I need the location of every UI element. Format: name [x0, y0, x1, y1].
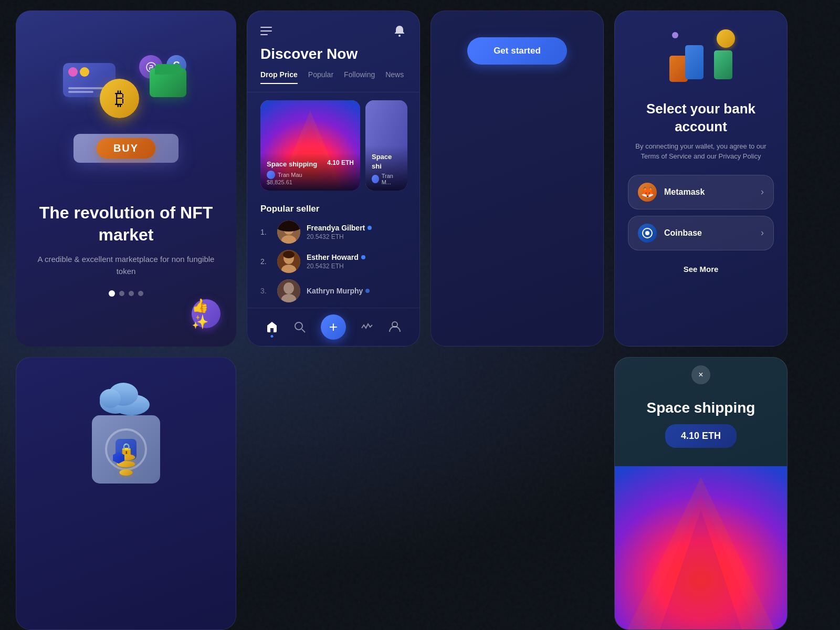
- popular-seller-title: Popular seller: [260, 204, 406, 214]
- seller-info-kathryn: Kathryn Murphy: [307, 287, 406, 295]
- nft-card-space-shipping-2[interactable]: Space shi Tran M...: [365, 100, 407, 191]
- get-started-button[interactable]: Get started: [467, 37, 567, 65]
- creator-name: Tran Mau: [278, 172, 302, 178]
- eth-price: 4.10 ETH: [681, 430, 721, 442]
- dot-1[interactable]: [109, 290, 115, 297]
- bitcoin-coin: ₿: [100, 79, 139, 118]
- svg-point-8: [282, 222, 295, 230]
- cloud-icon: [94, 379, 158, 415]
- creator-avatar-small-2: [372, 175, 379, 183]
- see-more-button[interactable]: See More: [684, 265, 719, 274]
- tab-news[interactable]: News: [385, 70, 404, 84]
- discover-header: [247, 11, 419, 46]
- nav-search[interactable]: [292, 320, 307, 334]
- verified-icon-1: [368, 226, 372, 230]
- seller-list: 1. Freandya Gilbert: [260, 220, 406, 302]
- seller-rank-2: 2.: [260, 257, 271, 266]
- dot-2[interactable]: [119, 291, 124, 296]
- tab-following[interactable]: Following: [344, 70, 375, 84]
- green-wallet: [150, 68, 186, 97]
- close-icon: ×: [698, 370, 703, 380]
- seller-item-3[interactable]: 3. Kathryn Murphy: [260, 279, 406, 302]
- seller-eth-freandya: 20.5432 ETH: [307, 233, 406, 240]
- metamask-wallet-option[interactable]: 🦊 Metamask ›: [628, 175, 774, 209]
- svg-line-19: [302, 329, 305, 332]
- seller-avatar-freandya: [277, 220, 300, 244]
- nft-card-space-shipping[interactable]: Space shipping 4.10 ETH Tran Mau $8,825.…: [260, 100, 360, 191]
- bank-title: Select your bank account: [628, 100, 774, 136]
- space-shipping-detail-card: × Space shipping 4.10 ETH: [614, 357, 788, 630]
- eth-price-badge: 4.10 ETH: [665, 424, 737, 448]
- crypto-platform: C ₿ BUY: [58, 52, 194, 168]
- nft-card-title-2: Space shi: [372, 153, 392, 170]
- seller-name-kathryn: Kathryn Murphy: [307, 287, 406, 295]
- creator-avatar-small: [267, 171, 275, 179]
- verified-icon-2: [361, 255, 365, 259]
- hamburger-line-1: [260, 27, 272, 28]
- security-card: 🔒: [16, 357, 236, 630]
- notification-bell-icon[interactable]: [393, 24, 406, 38]
- svg-point-22: [645, 231, 649, 235]
- metamask-label: Metamask: [664, 187, 761, 197]
- coinbase-arrow-icon: ›: [761, 227, 764, 238]
- seller-info-esther: Esther Howard 20.5432 ETH: [307, 253, 406, 270]
- nft-card-title: Space shipping: [267, 160, 317, 168]
- hamburger-line-2: [260, 30, 272, 32]
- dot-3[interactable]: [129, 291, 134, 296]
- nft-subtitle: A credible & excellent marketplace for n…: [32, 254, 220, 277]
- bank-coin: [717, 29, 735, 48]
- space-detail-header: × Space shipping 4.10 ETH: [615, 358, 787, 466]
- nft-illustration: C ₿ BUY: [32, 26, 220, 194]
- metamask-icon: 🦊: [638, 183, 657, 202]
- nft-card-info-2: Space shi Tran M...: [365, 145, 407, 191]
- nav-profile[interactable]: [387, 320, 402, 334]
- svg-point-12: [283, 251, 295, 258]
- dot-4[interactable]: [138, 291, 143, 296]
- close-button[interactable]: ×: [691, 365, 710, 384]
- discover-tabs: Drop Price Popular Following News: [247, 70, 419, 92]
- bank-subtitle: By connecting your wallet, you agree to …: [628, 141, 774, 162]
- thumbs-up-button[interactable]: 👍✨: [192, 299, 220, 328]
- platform-base: BUY: [74, 134, 178, 163]
- hamburger-menu[interactable]: [260, 27, 272, 35]
- svg-point-1: [398, 35, 401, 37]
- nav-activity[interactable]: [360, 320, 374, 334]
- nft-market-card: C ₿ BUY The revolu: [16, 10, 236, 346]
- discover-title: Discover Now: [247, 46, 419, 70]
- coin-3: [120, 469, 133, 476]
- nft-card-creator: Tran Mau: [267, 171, 354, 179]
- metamask-arrow-icon: ›: [761, 186, 764, 197]
- bank-account-card: Select your bank account By connecting y…: [614, 10, 788, 346]
- nft-title: The revolution of NFT market: [32, 202, 220, 246]
- seller-name-freandya: Freandya Gilbert: [307, 224, 406, 232]
- tab-drop-price[interactable]: Drop Price: [260, 70, 298, 84]
- seller-avatar-kathryn: [277, 279, 300, 302]
- coinbase-wallet-option[interactable]: Coinbase ›: [628, 216, 774, 250]
- seller-eth-esther: 20.5432 ETH: [307, 262, 406, 270]
- seller-rank-3: 3.: [260, 287, 271, 295]
- seller-info-freandya: Freandya Gilbert 20.5432 ETH: [307, 224, 406, 240]
- nav-add-button[interactable]: +: [321, 314, 346, 340]
- bank-purple-dot: [672, 32, 678, 38]
- space-detail-title: Space shipping: [625, 400, 776, 416]
- svg-point-7: [284, 223, 294, 235]
- nft-cards-row: Space shipping 4.10 ETH Tran Mau $8,825.…: [247, 92, 419, 198]
- nft-card-price: 4.10 ETH: [327, 159, 354, 166]
- usd-price: $8,825.61: [267, 179, 354, 185]
- bottom-navigation: +: [247, 308, 419, 346]
- seller-item-1[interactable]: 1. Freandya Gilbert: [260, 220, 406, 244]
- nft-card-creator-2: Tran M...: [372, 173, 401, 185]
- tab-popular[interactable]: Popular: [308, 70, 333, 84]
- hamburger-line-3: [260, 34, 268, 35]
- pagination: [109, 290, 143, 297]
- svg-point-26: [100, 389, 121, 408]
- bank-box-green: [714, 50, 732, 79]
- creator-name-2: Tran M...: [382, 173, 401, 185]
- svg-point-18: [295, 322, 302, 330]
- seller-item-2[interactable]: 2. Esther Howard: [260, 250, 406, 273]
- seller-name-esther: Esther Howard: [307, 253, 406, 261]
- svg-rect-17: [270, 328, 274, 332]
- nav-home[interactable]: [265, 320, 279, 334]
- seller-rank-1: 1.: [260, 228, 271, 236]
- buy-label: BUY: [97, 138, 155, 159]
